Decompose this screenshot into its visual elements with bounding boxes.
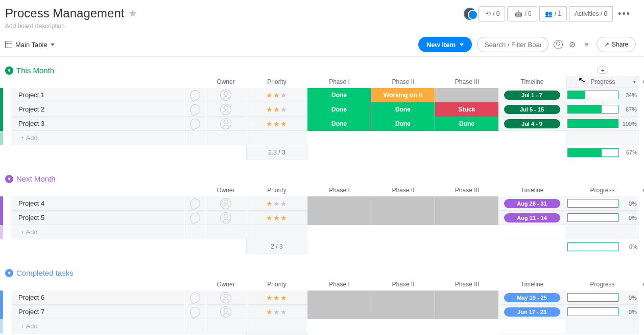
group-collapse-icon[interactable]: ▼ [5,66,13,75]
item-name[interactable]: Project 2 [11,102,185,117]
item-name[interactable]: Project 7 [11,305,185,319]
owner-cell[interactable] [205,196,246,211]
progress-cell[interactable]: 0% [565,305,639,319]
column-priority[interactable]: Priority [246,184,307,196]
chat-icon[interactable] [185,196,205,211]
progress-cell[interactable]: 0% [565,211,639,225]
priority-cell[interactable]: ★★★ [246,211,307,225]
timeline-cell[interactable]: Aug 28 - 31 [499,196,565,211]
timeline-cell[interactable]: Jul 1 - 7 [499,88,565,102]
add-item-row[interactable]: + Add [0,319,644,333]
status-cell[interactable] [371,291,435,305]
status-cell[interactable] [307,211,371,225]
status-cell[interactable] [371,211,435,225]
status-cell[interactable] [371,196,435,211]
column-owner[interactable]: Owner [205,278,246,291]
group-title[interactable]: Next Month [16,174,56,183]
chat-icon[interactable] [185,291,205,305]
members-chip[interactable]: 👥/ 1 [539,6,567,21]
timeline-cell[interactable]: Jul 4 - 9 [499,117,565,131]
integration-chip-1[interactable]: ⟲/ 0 [478,6,505,21]
progress-cell[interactable]: 34% [565,88,639,102]
new-item-button[interactable]: New Item [418,37,472,52]
status-cell[interactable]: Stuck [435,102,499,117]
activities-chip[interactable]: Activities / 0 [569,6,613,21]
owner-cell[interactable] [205,102,246,117]
column-priority[interactable]: Priority [246,278,307,291]
owner-cell[interactable] [205,305,246,319]
item-name[interactable]: Project 5 [11,211,185,225]
item-name[interactable]: Project 6 [11,291,185,305]
timeline-cell[interactable]: Aug 11 - 14 [499,211,565,225]
progress-cell[interactable]: 100% [565,117,639,131]
column-phase2[interactable]: Phase II [371,278,435,291]
column-progress[interactable]: ⋮⋮◂▸↖Progress▾ [566,76,639,88]
column-phase2[interactable]: Phase II [371,76,435,88]
status-cell[interactable]: Done [307,88,371,102]
column-progress[interactable]: Progress [565,184,639,196]
more-options-icon[interactable]: ••• [615,9,634,19]
column-priority[interactable]: Priority [246,76,307,88]
column-phase1[interactable]: Phase I [307,278,371,291]
status-cell[interactable] [307,291,371,305]
chat-icon[interactable] [185,117,205,131]
chat-icon[interactable] [185,88,205,102]
owner-cell[interactable] [205,211,246,225]
timeline-cell[interactable]: May 19 - 25 [499,291,565,305]
filter-icon[interactable]: ≡ [582,40,591,49]
progress-cell[interactable]: 67% [565,102,639,117]
priority-cell[interactable]: ★★★ [246,117,307,131]
column-timeline[interactable]: Timeline [499,76,565,88]
chevron-down-icon[interactable]: ▾ [633,79,636,84]
column-phase3[interactable]: Phase III [435,184,499,196]
owner-cell[interactable] [205,117,246,131]
status-cell[interactable] [435,211,499,225]
group-collapse-icon[interactable]: ▼ [5,269,13,277]
column-phase3[interactable]: Phase III [435,278,499,291]
status-cell[interactable] [435,88,499,102]
column-progress[interactable]: Progress [565,278,639,291]
column-owner[interactable]: Owner [205,76,246,88]
priority-cell[interactable]: ★★★ [246,196,307,211]
status-cell[interactable] [307,196,371,211]
status-cell[interactable] [435,305,499,319]
integration-chip-2[interactable]: 🤖/ 0 [507,6,537,21]
group-collapse-icon[interactable]: ▼ [5,175,13,183]
column-phase3[interactable]: Phase III [435,76,499,88]
column-timeline[interactable]: Timeline [499,184,565,196]
status-cell[interactable] [435,291,499,305]
progress-cell[interactable]: 0% [565,291,639,305]
user-avatar[interactable] [464,8,476,20]
status-cell[interactable]: Done [307,102,371,117]
status-cell[interactable] [371,305,435,319]
priority-cell[interactable]: ★★★ [246,88,307,102]
status-cell[interactable]: Done [435,117,499,131]
status-cell[interactable]: Done [371,117,435,131]
item-name[interactable]: Project 1 [11,88,185,102]
progress-cell[interactable]: 0% [565,196,639,211]
person-filter-icon[interactable] [554,40,563,49]
chat-icon[interactable] [185,305,205,319]
status-cell[interactable]: Working on it [371,88,435,102]
add-item-row[interactable]: + Add [0,131,644,145]
hide-columns-icon[interactable]: ⊘ [568,40,577,49]
group-title[interactable]: This Month [16,66,54,75]
group-title[interactable]: Completed tasks [16,269,74,277]
item-name[interactable]: Project 3 [11,117,185,131]
status-cell[interactable] [435,196,499,211]
timeline-cell[interactable]: Jun 17 - 23 [499,305,565,319]
column-owner[interactable]: Owner [205,184,246,196]
status-cell[interactable] [307,305,371,319]
priority-cell[interactable]: ★★★ [246,102,307,117]
favorite-star-icon[interactable]: ★ [128,7,137,19]
chat-icon[interactable] [185,102,205,117]
share-button[interactable]: ↗Share [597,37,636,52]
add-item-row[interactable]: + Add [0,225,644,239]
priority-cell[interactable]: ★★★ [246,291,307,305]
column-timeline[interactable]: Timeline [499,278,565,291]
owner-cell[interactable] [205,291,246,305]
item-name[interactable]: Project 4 [11,196,185,211]
column-phase1[interactable]: Phase I [307,76,371,88]
chat-icon[interactable] [185,211,205,225]
sort-handle-icon[interactable]: ◂▸ [597,66,608,74]
